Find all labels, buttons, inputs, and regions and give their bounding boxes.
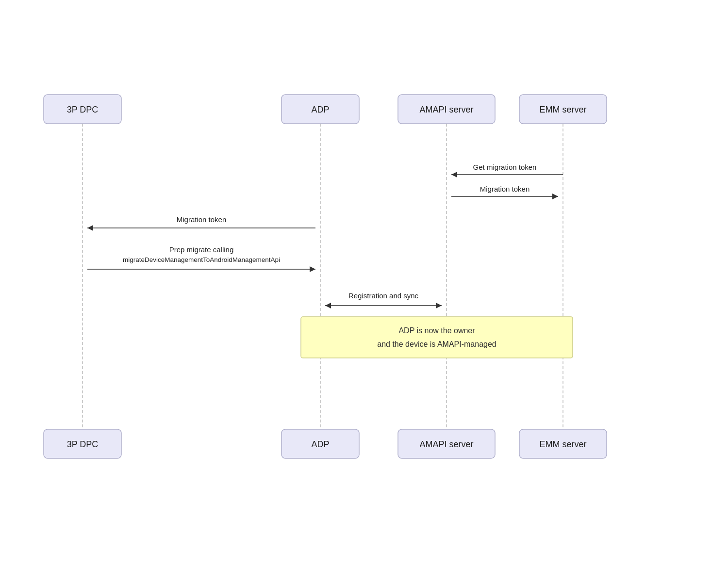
actor-amapi-top-label: AMAPI server [419,105,473,114]
arrowhead-reg-sync-left [325,303,331,308]
arrowhead-get-migration-token [451,172,457,178]
arrowhead-migration-token-emm [552,194,558,199]
arrowhead-prep-migrate [310,266,315,272]
label-migration-token-emm: Migration token [480,185,530,193]
note-adp-owner [301,317,573,358]
actor-adp-bottom-label: ADP [311,439,329,449]
actor-emm-top-label: EMM server [539,105,586,114]
arrowhead-reg-sync-right [436,303,442,308]
label-get-migration-token: Get migration token [473,163,537,171]
actor-3p-dpc-top-label: 3P DPC [67,105,99,114]
actor-amapi-bottom-label: AMAPI server [419,439,473,449]
arrowhead-migration-token-3pdpc [87,225,93,231]
actor-emm-bottom-label: EMM server [539,439,586,449]
label-prep-migrate-line1: Prep migrate calling [169,245,234,254]
note-adp-owner-line2: and the device is AMAPI-managed [377,340,496,348]
label-registration-sync: Registration and sync [348,292,419,300]
actor-adp-top-label: ADP [311,105,329,114]
sequence-diagram: 3P DPC ADP AMAPI server EMM server Get m… [19,78,709,490]
label-migration-token-3pdpc: Migration token [177,215,227,224]
label-prep-migrate-line2: migrateDeviceManagementToAndroidManageme… [123,256,280,263]
note-adp-owner-line1: ADP is now the owner [398,326,475,335]
actor-3p-dpc-bottom-label: 3P DPC [67,439,99,449]
